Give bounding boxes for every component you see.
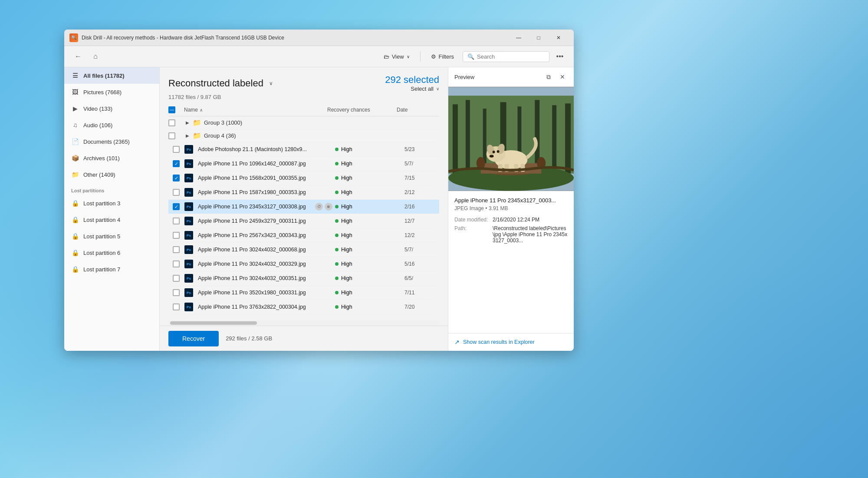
file-checkbox[interactable] [173,146,180,153]
header-checkbox-cell[interactable] [168,106,184,113]
file-checkbox[interactable] [173,160,180,167]
file-row[interactable]: PsApple iPhone 11 Pro 1587x1980_000353.j… [168,185,439,200]
show-in-explorer-link[interactable]: Show scan results in Explorer [463,339,535,345]
file-checkbox[interactable] [173,246,180,253]
title-dropdown-button[interactable]: ∨ [267,79,276,88]
file-row[interactable]: PsApple iPhone 11 Pro 3520x1980_000331.j… [168,286,439,300]
group-row[interactable]: ▶ 📁 Group 3 (1000) [168,116,439,129]
recovery-dot [335,305,339,309]
file-checkbox[interactable] [173,203,180,210]
file-row[interactable]: PsApple iPhone 11 Pro 3763x2822_000304.j… [168,300,439,314]
minimize-button[interactable]: — [509,30,529,46]
file-name-text: Apple iPhone 11 Pro 1568x2091_000355.jpg [198,175,335,181]
more-icon: ••• [556,53,564,60]
sidebar-item-pictures[interactable]: 🖼 Pictures (7668) [64,84,159,100]
file-checkbox-cell[interactable] [168,146,184,153]
recovery-label: High [341,275,352,281]
file-row[interactable]: PsApple iPhone 11 Pro 3024x4032_000068.j… [168,243,439,257]
preview-info: Apple iPhone 11 Pro 2345x3127_0003... JP… [448,191,574,333]
sidebar-item-all-files[interactable]: ☰ All files (11782) [64,67,159,84]
file-row[interactable]: PsApple iPhone 11 Pro 1096x1462_000087.j… [168,157,439,171]
file-checkbox-cell[interactable] [168,289,184,296]
file-checkbox[interactable] [173,175,180,181]
file-type-icon: Ps [184,302,194,312]
sidebar-item-video[interactable]: ▶ Video (133) [64,100,159,117]
file-checkbox-cell[interactable] [168,260,184,267]
expand-group-icon[interactable]: ▶ [184,119,191,126]
file-date: 5/23 [404,146,439,152]
file-checkbox-cell[interactable] [168,189,184,196]
folder-view-button[interactable]: 🗁 View ∨ [378,51,415,63]
sidebar-item-archives[interactable]: 📦 Archives (101) [64,150,159,166]
file-checkbox[interactable] [173,232,180,239]
preview-footer[interactable]: ↗ Show scan results in Explorer [448,333,574,351]
search-bar[interactable]: 🔍 [463,51,549,62]
recovery-label: High [341,304,352,310]
ps-icon: Ps [184,288,193,297]
file-row[interactable]: PsApple iPhone 11 Pro 1568x2091_000355.j… [168,171,439,185]
group-checkbox-cell[interactable] [168,119,184,126]
sidebar-item-lp4[interactable]: 🔒 Lost partition 4 [64,211,159,228]
recovery-dot [335,176,339,180]
file-checkbox-cell[interactable] [168,246,184,253]
close-preview-button[interactable]: ✕ [557,72,568,82]
back-button[interactable]: ← [71,49,85,63]
file-checkbox[interactable] [173,275,180,282]
sidebar-item-lp5[interactable]: 🔒 Lost partition 5 [64,228,159,244]
filters-label: Filters [439,53,454,60]
title-bar-controls: — □ ✕ [509,30,569,46]
file-row[interactable]: PsApple iPhone 11 Pro 3024x4032_000329.j… [168,257,439,271]
file-checkbox-cell[interactable] [168,160,184,167]
home-button[interactable]: ⌂ [89,49,102,63]
more-options-button[interactable]: ••• [553,49,567,63]
select-all-button[interactable]: Select all ∨ [411,86,439,92]
sidebar-item-lp3[interactable]: 🔒 Lost partition 3 [64,195,159,211]
sidebar-item-other[interactable]: 📁 Other (1409) [64,166,159,183]
file-checkbox[interactable] [173,218,180,224]
file-checkbox[interactable] [173,260,180,267]
file-name-cell: PsApple iPhone 11 Pro 2345x3127_000308.j… [184,202,335,211]
main-panel: Reconstructed labeled ∨ 292 selected Sel… [160,67,448,351]
sidebar-item-documents[interactable]: 📄 Documents (2365) [64,133,159,150]
expand-group-icon[interactable]: ▶ [184,132,191,139]
file-row[interactable]: PsApple iPhone 11 Pro 2567x3423_000343.j… [168,228,439,243]
group-row[interactable]: ▶ 📁 Group 4 (36) [168,129,439,142]
horizontal-scrollbar[interactable] [168,320,439,326]
group-checkbox-cell[interactable] [168,132,184,139]
sidebar-item-lp6[interactable]: 🔒 Lost partition 6 [64,244,159,261]
date-column-header[interactable]: Date [397,107,431,113]
h-scroll-thumb[interactable] [170,321,257,325]
file-row[interactable]: PsApple iPhone 11 Pro 2345x3127_000308.j… [168,200,439,214]
header-checkbox[interactable] [168,106,175,113]
file-checkbox-cell[interactable] [168,232,184,239]
file-checkbox-cell[interactable] [168,218,184,224]
filters-button[interactable]: ⚙ Filters [426,51,459,63]
sidebar-item-label: Archives (101) [83,155,120,162]
group-checkbox[interactable] [168,119,175,126]
file-checkbox-cell[interactable] [168,275,184,282]
other-icon: 📁 [71,171,79,178]
file-checkbox[interactable] [173,189,180,196]
file-date: 5/16 [404,261,439,267]
search-input[interactable] [477,53,545,60]
content-title-text: Reconstructed labeled [168,78,263,89]
name-column-header[interactable]: Name ∧ [184,107,327,113]
file-checkbox-cell[interactable] [168,175,184,181]
group-checkbox[interactable] [168,132,175,139]
file-row[interactable]: PsAdobe Photoshop 21.1 (Macintosh) 1280x… [168,142,439,157]
recover-button[interactable]: Recover [168,331,219,346]
sidebar-item-lp7[interactable]: 🔒 Lost partition 7 [64,261,159,277]
selected-count: 292 selected [385,74,439,86]
file-checkbox-cell[interactable] [168,203,184,210]
copy-button[interactable]: ⧉ [543,72,554,82]
recovery-column-header[interactable]: Recovery chances [327,107,397,113]
sidebar-item-audio[interactable]: ♫ Audio (106) [64,117,159,133]
file-row[interactable]: PsApple iPhone 11 Pro 2459x3279_000311.j… [168,214,439,228]
maximize-button[interactable]: □ [529,30,549,46]
file-checkbox[interactable] [173,289,180,296]
file-checkbox-cell[interactable] [168,303,184,310]
file-row[interactable]: PsApple iPhone 11 Pro 3024x4032_000351.j… [168,271,439,286]
close-button[interactable]: ✕ [549,30,569,46]
date-modified-label: Date modified: [454,217,489,223]
file-checkbox[interactable] [173,303,180,310]
